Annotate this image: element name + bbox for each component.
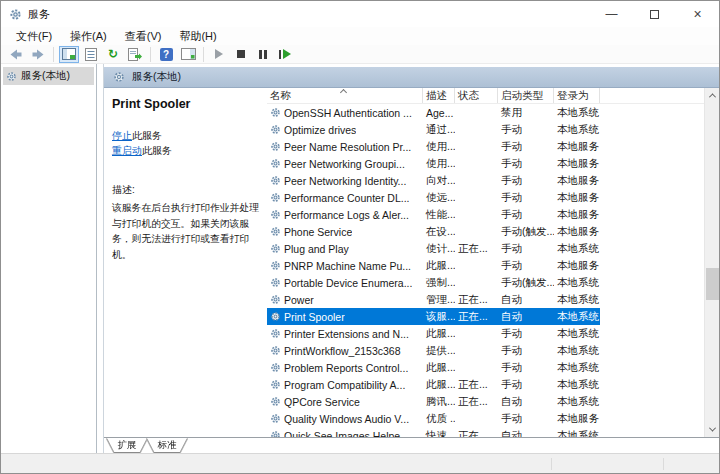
service-desc: 此服... xyxy=(423,361,455,375)
service-startup: 自动 xyxy=(498,310,554,324)
restart-service-line: 重启动此服务 xyxy=(112,143,259,158)
column-header-logon-as[interactable]: 登录为 xyxy=(554,88,600,103)
menu-action[interactable]: 操作(A) xyxy=(61,27,116,46)
service-desc: 腾讯... xyxy=(423,395,455,409)
service-gear-icon xyxy=(270,430,281,437)
pane-header-icon xyxy=(113,71,125,83)
service-startup: 手动(触发... xyxy=(498,225,554,239)
pane-header: 服务(本地) xyxy=(104,67,719,88)
tab-standard[interactable]: 标准 xyxy=(147,438,187,452)
table-row[interactable]: Quality Windows Audio V... 优质 ... 手动 本地服… xyxy=(267,410,600,427)
show-action-pane-icon[interactable] xyxy=(178,46,198,63)
refresh-icon[interactable]: ↻ xyxy=(103,46,123,63)
service-startup: 手动(触发... xyxy=(498,276,554,290)
service-status: 正在... xyxy=(455,429,498,438)
tree-item-services-local[interactable]: 服务(本地) xyxy=(3,67,94,85)
service-logon: 本地系统 xyxy=(554,429,600,438)
menu-help[interactable]: 帮助(H) xyxy=(170,27,225,46)
service-status: 正在... xyxy=(455,310,498,324)
service-startup: 手动 xyxy=(498,344,554,358)
column-header-description[interactable]: 描述 xyxy=(423,88,455,103)
table-row[interactable]: Peer Networking Identity... 向对... 手动 本地服… xyxy=(267,172,600,189)
service-name: QPCore Service xyxy=(284,396,360,408)
column-header-status[interactable]: 状态 xyxy=(455,88,498,103)
service-desc: 强制... xyxy=(423,276,455,290)
table-row[interactable]: Phone Service 在设... 手动(触发... 本地服务 xyxy=(267,223,600,240)
services-node-icon xyxy=(6,71,17,82)
restart-service-link[interactable]: 重启动 xyxy=(112,145,142,156)
service-startup: 手动 xyxy=(498,157,554,171)
table-row[interactable]: QPCore Service 腾讯... 正在... 自动 本地系统 xyxy=(267,393,600,410)
service-name: Quality Windows Audio V... xyxy=(284,413,409,425)
menu-bar: 文件(F) 操作(A) 查看(V) 帮助(H) xyxy=(1,27,719,45)
service-gear-icon xyxy=(270,311,281,322)
service-desc: 向对... xyxy=(423,174,455,188)
help-icon[interactable]: ? xyxy=(156,46,176,63)
service-startup: 手动 xyxy=(498,259,554,273)
table-row[interactable]: Optimize drives 通过... 手动 本地系统 xyxy=(267,121,600,138)
table-row[interactable]: Peer Name Resolution Pr... 使用... 手动 本地服务 xyxy=(267,138,600,155)
close-button[interactable]: × xyxy=(676,1,719,27)
service-name: Plug and Play xyxy=(284,243,349,255)
stop-service-line: 停止此服务 xyxy=(112,128,259,143)
service-logon: 本地系统 xyxy=(554,327,600,341)
table-row[interactable]: Peer Networking Groupi... 使用... 手动 本地服务 xyxy=(267,155,600,172)
service-logon: 本地服务 xyxy=(554,412,600,426)
service-logon: 本地系统 xyxy=(554,106,600,120)
properties-icon[interactable] xyxy=(81,46,101,63)
export-list-icon[interactable] xyxy=(125,46,145,63)
service-startup: 手动 xyxy=(498,412,554,426)
services-pane: 服务(本地) Print Spooler 停止此服务 重启动此服务 描述: 该服… xyxy=(103,64,719,453)
console-tree-panel: 服务(本地) xyxy=(1,64,97,453)
service-gear-icon xyxy=(270,243,281,254)
table-row[interactable]: PrintWorkflow_2153c368 提供... 手动 本地系统 xyxy=(267,342,600,359)
service-logon: 本地系统 xyxy=(554,395,600,409)
scroll-up-icon[interactable] xyxy=(705,88,720,103)
table-row[interactable]: Portable Device Enumera... 强制... 手动(触发..… xyxy=(267,274,600,291)
table-row[interactable]: Program Compatibility A... 此服... 正在... 手… xyxy=(267,376,600,393)
column-header-startup-type[interactable]: 启动类型 xyxy=(498,88,554,103)
service-desc: 该服... xyxy=(423,310,455,324)
vertical-scrollbar[interactable] xyxy=(704,88,719,437)
window-title: 服务 xyxy=(28,7,50,22)
service-logon: 本地服务 xyxy=(554,140,600,154)
scrollbar-thumb[interactable] xyxy=(706,268,719,300)
scrollbar-track[interactable] xyxy=(705,103,719,422)
restart-service-icon[interactable] xyxy=(275,46,295,63)
tab-extended[interactable]: 扩展 xyxy=(107,438,147,452)
service-gear-icon xyxy=(270,362,281,373)
table-row[interactable]: Performance Counter DL... 使远... 手动 本地服务 xyxy=(267,189,600,206)
service-logon: 本地服务 xyxy=(554,225,600,239)
service-desc: 使远... xyxy=(423,191,455,205)
table-row[interactable]: Performance Logs & Aler... 性能... 手动 本地服务 xyxy=(267,206,600,223)
services-window: 服务 — × 文件(F) 操作(A) 查看(V) 帮助(H) ↻ xyxy=(0,0,720,474)
stop-service-icon[interactable] xyxy=(231,46,251,63)
list-header: 名称 描述 状态 启动类型 登录为 xyxy=(267,88,704,104)
service-gear-icon xyxy=(270,107,281,118)
forward-icon[interactable] xyxy=(28,46,48,63)
service-desc: 提供... xyxy=(423,344,455,358)
table-row[interactable]: Power 管理... 正在... 自动 本地系统 xyxy=(267,291,600,308)
service-name: Power xyxy=(284,294,314,306)
service-startup: 手动 xyxy=(498,208,554,222)
service-gear-icon xyxy=(270,226,281,237)
show-console-tree-icon[interactable] xyxy=(59,46,79,63)
table-row[interactable]: Plug and Play 使计... 正在... 手动 本地系统 xyxy=(267,240,600,257)
service-startup: 手动 xyxy=(498,242,554,256)
menu-file[interactable]: 文件(F) xyxy=(7,27,61,46)
table-row[interactable]: OpenSSH Authentication ... Age... 禁用 本地系… xyxy=(267,104,600,121)
scroll-down-icon[interactable] xyxy=(705,422,720,437)
stop-service-link[interactable]: 停止 xyxy=(112,130,132,141)
maximize-button[interactable] xyxy=(633,1,676,27)
table-row[interactable]: Problem Reports Control... 此服... 手动 本地系统 xyxy=(267,359,600,376)
pause-service-icon[interactable] xyxy=(253,46,273,63)
table-row[interactable]: Printer Extensions and N... 此服... 手动 本地系… xyxy=(267,325,600,342)
minimize-button[interactable]: — xyxy=(590,1,633,27)
back-icon[interactable] xyxy=(6,46,26,63)
table-row[interactable]: Print Spooler 该服... 正在... 自动 本地系统 xyxy=(267,308,600,325)
menu-view[interactable]: 查看(V) xyxy=(116,27,171,46)
start-service-icon[interactable] xyxy=(209,46,229,63)
service-gear-icon xyxy=(270,294,281,305)
table-row[interactable]: Quick See Images Helpe... 快速... 正在... 自动… xyxy=(267,427,600,437)
table-row[interactable]: PNRP Machine Name Pu... 此服... 手动 本地服务 xyxy=(267,257,600,274)
